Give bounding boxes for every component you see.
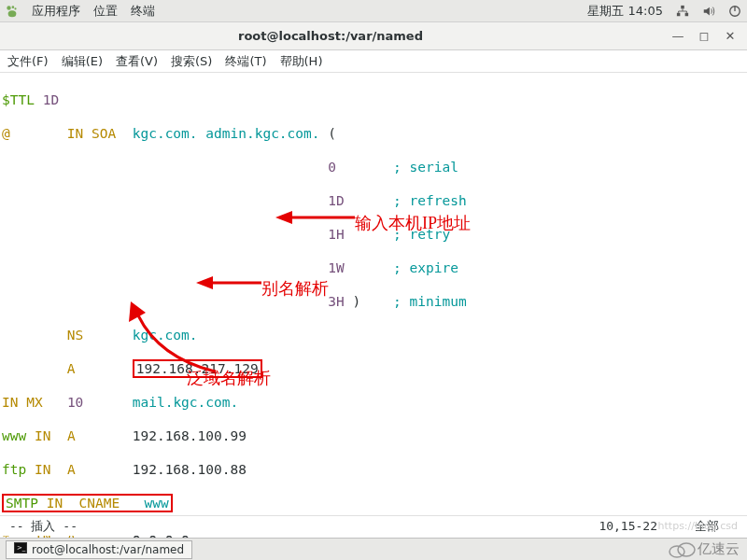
taskbar-item-label: root@localhost:/var/named (32, 543, 184, 556)
zone-line-ns: NS kgc.com. (2, 327, 745, 343)
maximize-button[interactable]: ◻ (698, 31, 710, 42)
zone-line-smtp: SMTP IN CNAME www (2, 495, 745, 511)
gnome-taskbar: >_ root@localhost:/var/named 亿速云 (0, 538, 747, 560)
menu-view[interactable]: 查看(V) (116, 53, 158, 70)
menu-places[interactable]: 位置 (93, 3, 118, 20)
svg-marker-10 (275, 211, 292, 224)
zone-line-www: www IN A 192.168.100.99 (2, 427, 745, 444)
arrow-icon (196, 273, 266, 292)
svg-point-2 (14, 7, 16, 9)
vim-editor[interactable]: $TTL 1D @ IN SOA kgc.com. admin.kgc.com.… (0, 73, 747, 538)
vim-mode: -- 插入 -- (9, 518, 78, 535)
menu-search[interactable]: 搜索(S) (171, 53, 212, 70)
svg-text:>_: >_ (17, 544, 26, 552)
svg-point-1 (12, 6, 15, 8)
clock[interactable]: 星期五 14:05 (587, 3, 663, 20)
volume-icon[interactable] (702, 5, 715, 18)
menu-edit[interactable]: 编辑(E) (62, 53, 103, 70)
annotation-alias: 别名解析 (261, 280, 329, 297)
zone-line-ttl: $TTL 1D (2, 91, 745, 108)
network-icon[interactable] (676, 5, 689, 18)
menu-file[interactable]: 文件(F) (7, 53, 49, 70)
annotation-ip: 输入本机IP地址 (355, 215, 471, 231)
watermark-text: https://blog.csd (658, 520, 738, 532)
gnome-top-bar: 应用程序 位置 终端 星期五 14:05 (0, 0, 747, 22)
zone-line-minimum: 3H ) ; minimum (2, 293, 745, 310)
window-titlebar: root@localhost:/var/named — ◻ ✕ (0, 22, 747, 50)
zone-line-refresh: 1D ; refresh (2, 192, 745, 209)
power-icon[interactable] (728, 5, 741, 18)
zone-line-ftp: ftp IN A 192.168.100.88 (2, 461, 745, 478)
zone-line-a: A 192.168.217.129 (2, 360, 745, 377)
minimize-button[interactable]: — (672, 31, 684, 42)
vim-status-line: -- 插入 -- 10,15-22 全部 (0, 515, 747, 536)
terminal-menubar: 文件(F) 编辑(E) 查看(V) 搜索(S) 终端(T) 帮助(H) (0, 50, 747, 73)
svg-marker-12 (196, 276, 213, 289)
brand-logo: 亿速云 (668, 540, 740, 558)
menu-applications[interactable]: 应用程序 (32, 3, 80, 20)
menu-terminal[interactable]: 终端 (131, 3, 155, 20)
svg-rect-4 (681, 5, 684, 8)
window-title: root@localhost:/var/named (0, 29, 661, 43)
taskbar-item-terminal[interactable]: >_ root@localhost:/var/named (6, 540, 192, 559)
menu-help[interactable]: 帮助(H) (280, 53, 323, 70)
svg-point-18 (678, 543, 695, 556)
menu-term[interactable]: 终端(T) (225, 53, 266, 70)
close-button[interactable]: ✕ (725, 31, 736, 42)
zone-line-serial: 0 ; serial (2, 159, 745, 175)
zone-line-soa: @ IN SOA kgc.com. admin.kgc.com. ( (2, 125, 745, 142)
svg-rect-6 (685, 12, 689, 16)
zone-line-mx: IN MX 10 mail.kgc.com. (2, 394, 745, 411)
svg-rect-5 (677, 12, 681, 16)
zone-line-expire: 1W ; expire (2, 259, 745, 276)
foot-icon (6, 5, 19, 18)
vim-cursor-pos: 10,15-22 (599, 519, 657, 533)
terminal-icon: >_ (14, 542, 27, 556)
svg-point-3 (8, 10, 17, 17)
annotation-wildcard: 泛域名解析 (187, 370, 271, 386)
svg-point-0 (7, 6, 10, 9)
